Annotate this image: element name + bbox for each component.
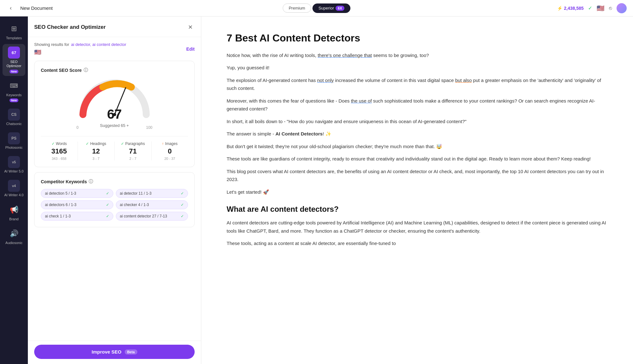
sidebar-item-aiwriter4[interactable]: v4 AI Writer 4.0	[3, 177, 25, 200]
aiwriter4-icon: v4	[8, 180, 20, 192]
edit-button[interactable]: Edit	[186, 47, 195, 52]
share-icon[interactable]: ⎋	[609, 5, 612, 11]
photosonic-icon: PS	[8, 132, 20, 144]
info-icon[interactable]: ⓘ	[89, 179, 93, 185]
improve-seo-button[interactable]: Improve SEO Beta	[34, 345, 195, 359]
close-button[interactable]: ✕	[186, 23, 195, 32]
paragraph: The answer is simple - AI Content Detect…	[227, 130, 608, 138]
credits-display: ⚡ 2,438,585	[557, 6, 584, 11]
sidebar-item-chatsonic[interactable]: CS Chatsonic	[3, 106, 25, 129]
gauge-labels: 0 100	[77, 125, 153, 130]
flag-emoji: 🇺🇸	[34, 49, 41, 55]
keyword-tag[interactable]: ai content detector 27 / 7-13 ✓	[116, 212, 188, 221]
gauge-container: 67 Suggested 65 + 0 100	[41, 78, 188, 130]
stats-row: ✓ Words 3165 343 - 658 ✓ Headings 12 3 -…	[41, 136, 188, 160]
warn-icon: ↑	[162, 141, 164, 146]
tab-superior[interactable]: Superior 6X	[312, 3, 350, 13]
beta-badge: Beta	[125, 349, 137, 355]
words-range: 343 - 658	[52, 157, 66, 160]
sidebar-item-seo[interactable]: 67 SEOOptimizer New	[3, 44, 25, 76]
check-icon: ✓	[106, 214, 109, 218]
chatsonic-icon: CS	[8, 109, 20, 121]
paragraphs-value: 71	[129, 147, 137, 155]
inline-link: not only	[317, 78, 334, 83]
stat-words: ✓ Words 3165 343 - 658	[41, 141, 78, 160]
competitor-title: Competitor Keywords ⓘ	[41, 179, 188, 185]
topbar: ‹ New Document Premium Superior 6X ⚡ 2,4…	[0, 0, 633, 16]
check-icon: ✓	[86, 141, 89, 146]
paragraph: AI content detectors are cutting-edge to…	[227, 219, 608, 235]
seo-icon: 67	[8, 47, 20, 59]
paragraph: In short, it all boils down to - "How do…	[227, 117, 608, 126]
images-value: 0	[168, 147, 172, 155]
sidebar-item-aiwriter5[interactable]: v5 AI Writer 5.0	[3, 154, 25, 176]
sidebar-item-audiosonic[interactable]: 🔊 Audiosonic	[3, 225, 25, 248]
check-icon: ✓	[106, 203, 109, 207]
seo-panel: SEO Checker and Optimizer ✕ Showing resu…	[28, 16, 201, 364]
new-badge-seo: New	[9, 70, 19, 73]
audiosonic-icon: 🔊	[8, 228, 20, 240]
sidebar-item-brand[interactable]: 📢 Brand	[3, 201, 25, 224]
keywords-grid: ai detection 5 / 1-3 ✓ ai detector 11 / …	[41, 189, 188, 221]
paragraph: Yup, you guessed it!	[227, 64, 608, 72]
main-layout: ⊞ Templates 67 SEOOptimizer New ⌨ Keywor…	[0, 16, 633, 364]
keyword-tag[interactable]: ai checker 4 / 1-3 ✓	[116, 200, 188, 209]
sidebar-item-label: AI Writer 4.0	[4, 193, 24, 197]
results-row: Showing results for ai detector, ai cont…	[34, 42, 195, 56]
templates-icon: ⊞	[8, 23, 20, 35]
check-icon: ✓	[52, 141, 55, 146]
paragraphs-range: 2 - 7	[129, 157, 136, 160]
paragraph: The explosion of AI-generated content ha…	[227, 76, 608, 92]
check-icon: ✓	[181, 191, 184, 196]
keyword-tag[interactable]: ai detection 5 / 1-3 ✓	[41, 189, 113, 198]
aiwriter5-icon: v5	[8, 156, 20, 168]
improve-btn-container: Improve SEO Beta	[28, 341, 201, 364]
keywords-icon: ⌨	[8, 80, 20, 92]
back-button[interactable]: ‹	[6, 4, 15, 13]
lightning-icon: ⚡	[557, 6, 562, 11]
brand-icon: 📢	[8, 204, 20, 216]
images-range: 20 - 37	[164, 157, 175, 160]
panel-header: SEO Checker and Optimizer ✕	[28, 16, 201, 37]
check-icon: ✓	[181, 214, 184, 218]
showing-results: Showing results for ai detector, ai cont…	[34, 42, 126, 47]
words-value: 3165	[51, 147, 67, 155]
keyword-tag[interactable]: ai detectors 6 / 1-3 ✓	[41, 200, 113, 209]
seo-score-card: Content SEO Score ⓘ	[34, 61, 195, 167]
keyword-tag[interactable]: ai check 1 / 1-3 ✓	[41, 212, 113, 221]
sidebar-item-templates[interactable]: ⊞ Templates	[3, 20, 25, 43]
stat-images: ↑ Images 0 20 - 37	[152, 141, 188, 160]
sidebar: ⊞ Templates 67 SEOOptimizer New ⌨ Keywor…	[0, 16, 28, 364]
paragraph: Notice how, with the rise of AI writing …	[227, 51, 608, 60]
gauge-score: 67	[100, 107, 129, 122]
seo-score-title: Content SEO Score ⓘ	[41, 67, 188, 73]
check-icon: ✓	[121, 141, 124, 146]
headings-range: 3 - 7	[92, 157, 99, 160]
sidebar-item-photosonic[interactable]: PS Photosonic	[3, 130, 25, 152]
paragraph: This blog post covers what AI content de…	[227, 167, 608, 184]
stat-headings: ✓ Headings 12 3 - 7	[78, 141, 115, 160]
paragraph: These tools, acting as a content at scal…	[227, 239, 608, 248]
keyword-tag[interactable]: ai detector 11 / 1-3 ✓	[116, 189, 188, 198]
competitor-keywords-card: Competitor Keywords ⓘ ai detection 5 / 1…	[34, 172, 195, 227]
avatar[interactable]	[617, 3, 627, 13]
sidebar-item-label: SEOOptimizer	[6, 60, 21, 68]
flag-icon: 🇺🇸	[597, 4, 605, 12]
sidebar-item-label: Audiosonic	[5, 241, 22, 245]
stat-paragraphs: ✓ Paragraphs 71 2 - 7	[115, 141, 152, 160]
inline-link: the use of	[351, 98, 372, 104]
check-icon: ✓	[588, 5, 592, 11]
sidebar-item-label: Templates	[6, 36, 22, 40]
new-badge-keywords: New	[9, 98, 19, 102]
tab-premium[interactable]: Premium	[283, 3, 311, 13]
panel-title: SEO Checker and Optimizer	[34, 24, 106, 30]
check-icon: ✓	[106, 191, 109, 196]
topbar-right: ⚡ 2,438,585 ✓ 🇺🇸 ⎋	[557, 3, 627, 13]
topbar-tabs: Premium Superior 6X	[283, 3, 350, 13]
check-icon: ✓	[181, 203, 184, 207]
sidebar-item-keywords[interactable]: ⌨ Keywords New	[3, 77, 25, 105]
paragraph: These tools are like guardians of conten…	[227, 155, 608, 163]
panel-content: Showing results for ai detector, ai cont…	[28, 37, 201, 341]
paragraph: But don't get it twisted; they're not yo…	[227, 142, 608, 151]
info-icon[interactable]: ⓘ	[84, 67, 88, 73]
